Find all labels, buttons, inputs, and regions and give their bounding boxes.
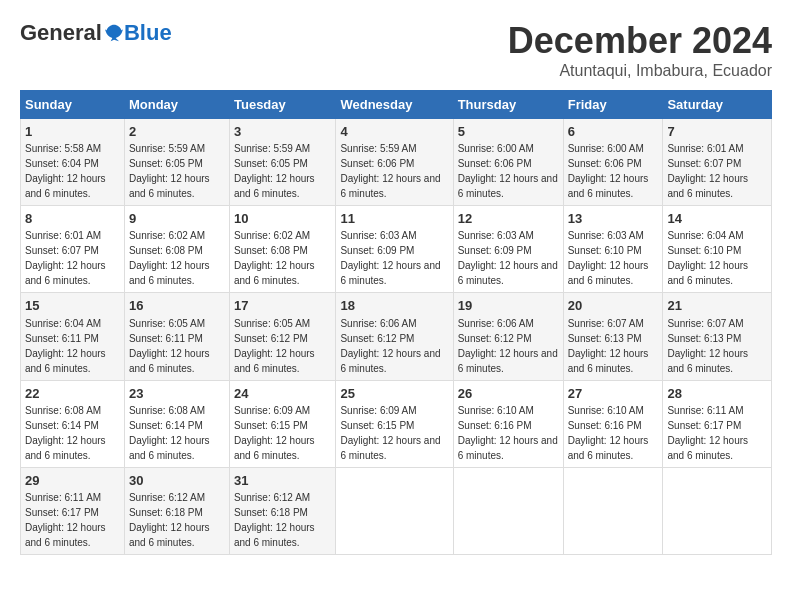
day-number: 6	[568, 123, 659, 141]
table-row: 20Sunrise: 6:07 AMSunset: 6:13 PMDayligh…	[563, 293, 663, 380]
day-info: Sunrise: 5:58 AMSunset: 6:04 PMDaylight:…	[25, 143, 106, 199]
day-info: Sunrise: 6:03 AMSunset: 6:09 PMDaylight:…	[458, 230, 558, 286]
day-info: Sunrise: 6:03 AMSunset: 6:09 PMDaylight:…	[340, 230, 440, 286]
day-number: 9	[129, 210, 225, 228]
day-number: 23	[129, 385, 225, 403]
table-row	[336, 467, 453, 554]
day-info: Sunrise: 6:02 AMSunset: 6:08 PMDaylight:…	[234, 230, 315, 286]
day-number: 5	[458, 123, 559, 141]
day-info: Sunrise: 6:04 AMSunset: 6:11 PMDaylight:…	[25, 318, 106, 374]
day-number: 13	[568, 210, 659, 228]
day-number: 22	[25, 385, 120, 403]
day-info: Sunrise: 6:06 AMSunset: 6:12 PMDaylight:…	[340, 318, 440, 374]
main-title: December 2024	[508, 20, 772, 62]
col-monday: Monday	[124, 91, 229, 119]
day-info: Sunrise: 6:11 AMSunset: 6:17 PMDaylight:…	[25, 492, 106, 548]
table-row: 12Sunrise: 6:03 AMSunset: 6:09 PMDayligh…	[453, 206, 563, 293]
day-number: 16	[129, 297, 225, 315]
day-info: Sunrise: 6:09 AMSunset: 6:15 PMDaylight:…	[340, 405, 440, 461]
table-row: 28Sunrise: 6:11 AMSunset: 6:17 PMDayligh…	[663, 380, 772, 467]
day-info: Sunrise: 6:04 AMSunset: 6:10 PMDaylight:…	[667, 230, 748, 286]
table-row: 16Sunrise: 6:05 AMSunset: 6:11 PMDayligh…	[124, 293, 229, 380]
day-info: Sunrise: 5:59 AMSunset: 6:05 PMDaylight:…	[234, 143, 315, 199]
table-row: 7Sunrise: 6:01 AMSunset: 6:07 PMDaylight…	[663, 119, 772, 206]
table-row: 31Sunrise: 6:12 AMSunset: 6:18 PMDayligh…	[229, 467, 335, 554]
table-row	[453, 467, 563, 554]
day-info: Sunrise: 6:11 AMSunset: 6:17 PMDaylight:…	[667, 405, 748, 461]
table-row	[663, 467, 772, 554]
table-row: 14Sunrise: 6:04 AMSunset: 6:10 PMDayligh…	[663, 206, 772, 293]
day-info: Sunrise: 6:07 AMSunset: 6:13 PMDaylight:…	[667, 318, 748, 374]
day-number: 10	[234, 210, 331, 228]
day-number: 20	[568, 297, 659, 315]
day-info: Sunrise: 6:05 AMSunset: 6:11 PMDaylight:…	[129, 318, 210, 374]
header: General Blue December 2024 Atuntaqui, Im…	[20, 20, 772, 80]
day-number: 26	[458, 385, 559, 403]
table-row: 19Sunrise: 6:06 AMSunset: 6:12 PMDayligh…	[453, 293, 563, 380]
table-row	[563, 467, 663, 554]
table-row: 9Sunrise: 6:02 AMSunset: 6:08 PMDaylight…	[124, 206, 229, 293]
day-info: Sunrise: 6:01 AMSunset: 6:07 PMDaylight:…	[25, 230, 106, 286]
logo: General Blue	[20, 20, 172, 46]
table-row: 6Sunrise: 6:00 AMSunset: 6:06 PMDaylight…	[563, 119, 663, 206]
day-info: Sunrise: 6:12 AMSunset: 6:18 PMDaylight:…	[234, 492, 315, 548]
table-row: 4Sunrise: 5:59 AMSunset: 6:06 PMDaylight…	[336, 119, 453, 206]
day-number: 18	[340, 297, 448, 315]
day-info: Sunrise: 6:01 AMSunset: 6:07 PMDaylight:…	[667, 143, 748, 199]
calendar-table: Sunday Monday Tuesday Wednesday Thursday…	[20, 90, 772, 555]
day-info: Sunrise: 6:10 AMSunset: 6:16 PMDaylight:…	[568, 405, 649, 461]
day-info: Sunrise: 6:05 AMSunset: 6:12 PMDaylight:…	[234, 318, 315, 374]
table-row: 8Sunrise: 6:01 AMSunset: 6:07 PMDaylight…	[21, 206, 125, 293]
day-info: Sunrise: 6:00 AMSunset: 6:06 PMDaylight:…	[458, 143, 558, 199]
calendar-week-row: 15Sunrise: 6:04 AMSunset: 6:11 PMDayligh…	[21, 293, 772, 380]
day-number: 14	[667, 210, 767, 228]
col-sunday: Sunday	[21, 91, 125, 119]
day-info: Sunrise: 6:07 AMSunset: 6:13 PMDaylight:…	[568, 318, 649, 374]
col-wednesday: Wednesday	[336, 91, 453, 119]
day-number: 29	[25, 472, 120, 490]
header-row: Sunday Monday Tuesday Wednesday Thursday…	[21, 91, 772, 119]
col-friday: Friday	[563, 91, 663, 119]
table-row: 18Sunrise: 6:06 AMSunset: 6:12 PMDayligh…	[336, 293, 453, 380]
table-row: 30Sunrise: 6:12 AMSunset: 6:18 PMDayligh…	[124, 467, 229, 554]
calendar-week-row: 8Sunrise: 6:01 AMSunset: 6:07 PMDaylight…	[21, 206, 772, 293]
day-number: 11	[340, 210, 448, 228]
day-info: Sunrise: 6:09 AMSunset: 6:15 PMDaylight:…	[234, 405, 315, 461]
table-row: 23Sunrise: 6:08 AMSunset: 6:14 PMDayligh…	[124, 380, 229, 467]
day-number: 7	[667, 123, 767, 141]
day-number: 1	[25, 123, 120, 141]
day-info: Sunrise: 6:03 AMSunset: 6:10 PMDaylight:…	[568, 230, 649, 286]
day-number: 24	[234, 385, 331, 403]
table-row: 22Sunrise: 6:08 AMSunset: 6:14 PMDayligh…	[21, 380, 125, 467]
table-row: 1Sunrise: 5:58 AMSunset: 6:04 PMDaylight…	[21, 119, 125, 206]
col-thursday: Thursday	[453, 91, 563, 119]
logo-bird-icon	[104, 23, 124, 43]
calendar-week-row: 22Sunrise: 6:08 AMSunset: 6:14 PMDayligh…	[21, 380, 772, 467]
day-number: 31	[234, 472, 331, 490]
day-info: Sunrise: 6:12 AMSunset: 6:18 PMDaylight:…	[129, 492, 210, 548]
day-number: 3	[234, 123, 331, 141]
day-number: 27	[568, 385, 659, 403]
table-row: 17Sunrise: 6:05 AMSunset: 6:12 PMDayligh…	[229, 293, 335, 380]
day-info: Sunrise: 6:02 AMSunset: 6:08 PMDaylight:…	[129, 230, 210, 286]
day-info: Sunrise: 6:00 AMSunset: 6:06 PMDaylight:…	[568, 143, 649, 199]
calendar-week-row: 29Sunrise: 6:11 AMSunset: 6:17 PMDayligh…	[21, 467, 772, 554]
table-row: 24Sunrise: 6:09 AMSunset: 6:15 PMDayligh…	[229, 380, 335, 467]
table-row: 13Sunrise: 6:03 AMSunset: 6:10 PMDayligh…	[563, 206, 663, 293]
subtitle: Atuntaqui, Imbabura, Ecuador	[508, 62, 772, 80]
day-number: 28	[667, 385, 767, 403]
day-info: Sunrise: 5:59 AMSunset: 6:06 PMDaylight:…	[340, 143, 440, 199]
day-number: 21	[667, 297, 767, 315]
table-row: 2Sunrise: 5:59 AMSunset: 6:05 PMDaylight…	[124, 119, 229, 206]
logo-blue: Blue	[124, 20, 172, 46]
table-row: 25Sunrise: 6:09 AMSunset: 6:15 PMDayligh…	[336, 380, 453, 467]
day-number: 8	[25, 210, 120, 228]
table-row: 5Sunrise: 6:00 AMSunset: 6:06 PMDaylight…	[453, 119, 563, 206]
table-row: 15Sunrise: 6:04 AMSunset: 6:11 PMDayligh…	[21, 293, 125, 380]
day-number: 4	[340, 123, 448, 141]
col-tuesday: Tuesday	[229, 91, 335, 119]
table-row: 11Sunrise: 6:03 AMSunset: 6:09 PMDayligh…	[336, 206, 453, 293]
day-number: 12	[458, 210, 559, 228]
day-info: Sunrise: 6:08 AMSunset: 6:14 PMDaylight:…	[25, 405, 106, 461]
table-row: 29Sunrise: 6:11 AMSunset: 6:17 PMDayligh…	[21, 467, 125, 554]
